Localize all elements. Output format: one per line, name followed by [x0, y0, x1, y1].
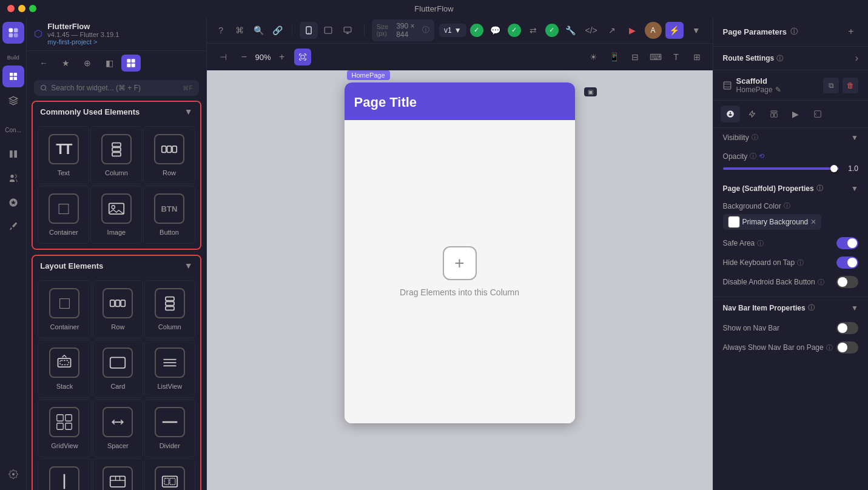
layout-verticaldivider[interactable]: VerticalDivider — [38, 458, 91, 490]
chat-btn[interactable]: 💬 — [487, 22, 504, 39]
safe-area-toggle[interactable] — [836, 237, 858, 249]
color-close-icon[interactable]: ✕ — [810, 218, 816, 226]
lightning-btn[interactable]: ⚡ — [665, 22, 684, 39]
merge-btn[interactable]: ⇄ — [525, 22, 542, 39]
app-logo-icon[interactable] — [2, 22, 24, 44]
layout-column[interactable]: Column — [144, 280, 195, 338]
widget-row[interactable]: Row — [143, 126, 195, 184]
layout-card[interactable]: Card — [93, 340, 143, 398]
tools-btn[interactable]: 🔧 — [562, 22, 579, 39]
tab-widgets[interactable] — [121, 55, 141, 72]
prop-tab-actions[interactable] — [742, 106, 762, 122]
rp-add-btn[interactable]: + — [844, 24, 858, 39]
rail-layers-icon[interactable] — [2, 90, 24, 112]
text-tool-btn[interactable]: T — [668, 49, 685, 65]
prop-tab-code[interactable] — [808, 106, 827, 122]
scaffold-delete-btn[interactable]: 🗑 — [843, 78, 858, 93]
opacity-edit-icon[interactable]: ⟲ — [759, 152, 764, 160]
always-nav-toggle[interactable] — [836, 341, 858, 354]
widget-text[interactable]: TT Text — [38, 126, 89, 184]
maximize-button[interactable] — [29, 5, 36, 12]
layout-stack[interactable]: Stack — [38, 340, 91, 398]
nav-bar-props-header[interactable]: Nav Bar Item Properties ⓘ ▼ — [713, 297, 868, 318]
scaffold-edit-icon[interactable]: ✎ — [775, 86, 781, 94]
zoom-out-btn[interactable]: − — [237, 50, 252, 64]
layout-gridview[interactable]: GridView — [38, 399, 91, 457]
add-element-btn[interactable]: + — [443, 246, 477, 280]
help-btn[interactable]: ? — [214, 22, 228, 39]
opacity-slider-row: 1.0 — [713, 162, 868, 178]
prop-tab-play[interactable]: ▶ — [786, 106, 806, 122]
check-btn-2[interactable]: ✓ — [508, 24, 521, 37]
scaffold-props-header[interactable]: Page (Scaffold) Properties ⓘ ▼ — [713, 178, 868, 199]
opacity-slider[interactable] — [723, 167, 839, 170]
layout-tabbar[interactable]: TabBar — [93, 458, 143, 490]
tab-components[interactable]: ◧ — [99, 55, 119, 72]
export-btn[interactable]: ↗ — [604, 22, 621, 39]
tablet-device-btn[interactable] — [319, 22, 337, 39]
tab-add[interactable]: ⊕ — [78, 55, 97, 72]
layout-container[interactable]: □ Container — [38, 280, 91, 338]
widget-button[interactable]: BTN Button — [143, 186, 195, 244]
minimize-button[interactable] — [18, 5, 25, 12]
widget-container[interactable]: □ Container — [38, 186, 89, 244]
phone-tool-btn[interactable]: 📱 — [606, 49, 623, 65]
disable-back-toggle[interactable] — [836, 276, 858, 288]
rail-widgets-icon[interactable] — [2, 65, 24, 87]
size-label: Size (px) — [377, 24, 394, 37]
rail-settings-icon[interactable] — [2, 463, 24, 485]
fit-screen-btn[interactable] — [294, 49, 311, 65]
app-project[interactable]: my-first-project > — [47, 38, 119, 45]
check-btn-3[interactable]: ✓ — [545, 24, 559, 37]
widget-column[interactable]: Column — [90, 126, 142, 184]
widget-image[interactable]: Image — [90, 186, 142, 244]
code-btn[interactable]: </> — [583, 22, 600, 39]
rail-grid-icon[interactable] — [2, 143, 24, 165]
opacity-info-icon: ⓘ — [750, 152, 756, 161]
expand-btn[interactable]: ▼ — [687, 22, 705, 39]
rail-users-icon[interactable] — [2, 167, 24, 189]
route-settings-row[interactable]: Route Settings ⓘ › — [713, 47, 868, 70]
cmd-btn[interactable]: ⌘ — [233, 22, 247, 39]
sun-tool-btn[interactable]: ☀ — [585, 49, 602, 65]
version-btn[interactable]: v1 ▼ — [439, 24, 466, 37]
rail-connect-icon[interactable]: Con... — [2, 119, 24, 141]
search-bar[interactable]: ⌘F — [34, 80, 198, 96]
layout-tool-btn[interactable]: ⊟ — [627, 49, 644, 65]
keyboard-tool-btn[interactable]: ⌨ — [647, 49, 664, 65]
show-nav-toggle[interactable] — [836, 322, 858, 334]
grid-tool-btn[interactable]: ⊞ — [688, 49, 705, 65]
device-buttons — [300, 22, 357, 39]
preview-btn[interactable]: ▶ — [624, 22, 641, 39]
visibility-chevron-icon[interactable]: ▼ — [851, 133, 858, 142]
rail-brush-icon[interactable] — [2, 216, 24, 238]
tab-back[interactable]: ← — [34, 55, 53, 72]
commonly-used-header[interactable]: Commonly Used Elements ▼ — [33, 102, 200, 121]
prop-tab-settings[interactable] — [721, 106, 740, 122]
search-input[interactable] — [51, 84, 179, 92]
mobile-device-btn[interactable] — [300, 22, 318, 39]
layout-spacer[interactable]: Spacer — [93, 399, 143, 457]
layout-divider[interactable]: Divider — [144, 399, 195, 457]
close-button[interactable] — [7, 5, 15, 12]
canvas-back-btn[interactable]: ⊣ — [214, 49, 232, 65]
prop-tab-layout[interactable] — [764, 106, 784, 122]
layout-pageview[interactable]: PageView — [144, 458, 195, 490]
tab-star[interactable]: ★ — [56, 55, 75, 72]
link-btn[interactable]: 🔗 — [271, 22, 284, 39]
rail-plugins-icon[interactable] — [2, 192, 24, 213]
opacity-slider-thumb[interactable] — [830, 165, 838, 172]
avatar[interactable]: A — [645, 22, 662, 39]
hide-keyboard-toggle[interactable] — [836, 257, 858, 269]
svg-rect-20 — [167, 146, 171, 153]
layout-listview[interactable]: ListView — [144, 340, 195, 398]
check-btn-1[interactable]: ✓ — [470, 24, 483, 37]
search-btn[interactable]: 🔍 — [252, 22, 266, 39]
desktop-device-btn[interactable] — [338, 22, 357, 39]
bg-color-tag[interactable]: Primary Background ✕ — [723, 214, 822, 230]
layout-row[interactable]: Row — [93, 280, 143, 338]
color-chip[interactable] — [728, 216, 740, 228]
scaffold-copy-btn[interactable]: ⧉ — [823, 78, 839, 93]
layout-elements-header[interactable]: Layout Elements ▼ — [33, 256, 200, 275]
zoom-in-btn[interactable]: + — [275, 50, 289, 64]
